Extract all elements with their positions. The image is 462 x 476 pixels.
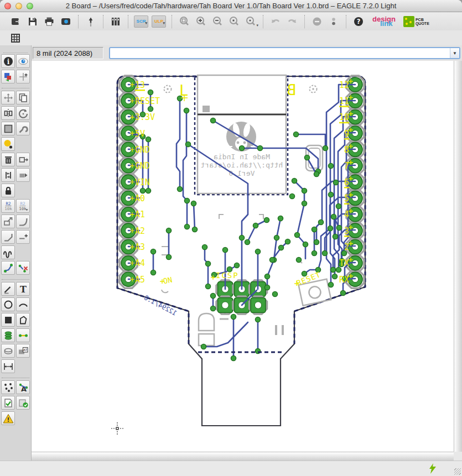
miter-icon [18,216,29,227]
toolbar-ulp-button[interactable]: ULP▾ [152,15,166,28]
board-canvas[interactable]: Made In Indiahttp://tah.io/startVer1.013… [32,61,454,452]
tool-ratsnest-button[interactable] [1,380,15,394]
image-icon [60,16,71,27]
replace-icon [18,170,29,181]
tool-rotate-button[interactable] [16,106,30,120]
toolbar-zoom-out-button[interactable] [209,14,226,29]
tool-route-button[interactable] [1,261,15,275]
svg-text:R2: R2 [6,201,11,206]
svg-text:!: ! [7,416,9,422]
tool-mirror-button[interactable] [1,106,15,120]
tool-mark-button[interactable] [16,70,30,83]
tool-dimension-button[interactable] [1,359,15,373]
svg-text:i: i [7,57,9,65]
use-icon [85,16,96,27]
library-icon [110,16,121,27]
tool-replace-button[interactable] [16,168,30,182]
toolbar-print-button[interactable] [41,14,58,29]
zoom-redraw-icon [245,16,256,27]
tool-info-button[interactable]: i [1,54,15,68]
smash-icon [3,216,14,227]
help-icon: ? [353,16,364,27]
tool-split-button[interactable] [16,230,30,244]
secondary-toolbar [0,30,462,45]
svg-text:AT: AT [23,348,28,352]
toolbar-zoom-fit-button[interactable] [176,14,193,29]
tool-delete-button[interactable] [1,153,15,166]
toolbar-library-button[interactable] [107,14,124,29]
tool-group-button[interactable] [1,122,15,135]
toolbar-zoom-in-button[interactable] [193,14,209,29]
tool-smash-button[interactable] [1,215,15,228]
tool-change-button[interactable] [16,122,30,135]
rf-module[interactable]: Made In Indiahttp://tah.io/startVer1.0 [195,75,288,195]
resize-grip[interactable] [454,468,461,475]
tool-drc-button[interactable] [1,396,15,410]
tool-add-button[interactable] [16,153,30,166]
tool-ripup-button[interactable] [16,261,30,275]
toolbar-separator [304,15,305,28]
title-bar[interactable]: 2 Board – /Users/fred/code/Tah/hardware/… [0,0,462,12]
grid-icon [10,33,21,44]
tool-wire-button[interactable] [1,282,15,296]
copy-icon [18,92,29,103]
tool-rect-button[interactable] [1,313,15,327]
toolbar-help-button[interactable]: ? [350,14,367,29]
tool-meander-button[interactable] [1,245,15,259]
vertical-scrollbar[interactable] [454,61,462,452]
tool-miter2-button[interactable] [1,230,15,244]
tool-copy-button[interactable] [16,91,30,104]
tool-show-button[interactable] [16,54,30,68]
tool-warning-button[interactable]: ! [1,411,15,425]
tool-value-button[interactable]: R210k [16,199,30,213]
toolbar-save-button[interactable] [24,14,41,29]
tool-pinswap-button[interactable] [1,168,15,182]
toolbar-grid-button[interactable] [7,30,24,46]
svg-text:6: 6 [344,177,349,187]
tool-circle-button[interactable] [1,297,15,311]
svg-text:RESET: RESET [135,96,160,106]
tool-hole-button[interactable] [1,344,15,358]
tool-arc-button[interactable] [16,297,30,311]
toolbar-undo-button[interactable] [267,14,284,29]
designlink-logo[interactable]: designlink [372,17,396,27]
tool-miter-button[interactable] [16,215,30,228]
tool-auto-button[interactable]: A [16,380,30,394]
tool-move-button[interactable] [1,91,15,104]
delete-icon [3,154,14,165]
text-icon: T [18,284,29,295]
toolbar-use-button[interactable] [82,14,99,29]
horizontal-scrollbar[interactable] [32,452,454,461]
palette-separator [2,375,29,378]
tool-attribute-button[interactable]: AT [16,344,30,358]
pcbquote-logo[interactable]: PCBQUOTE [403,16,429,27]
svg-text:11: 11 [339,96,349,106]
svg-text:A0: A0 [135,193,145,203]
tool-signal-button[interactable] [16,328,30,342]
command-input[interactable] [110,48,450,58]
command-dropdown-arrow[interactable]: ▼ [450,48,459,58]
toolbar-script-button[interactable]: SCR▾ [134,15,148,28]
toolbar-zoom-select-button[interactable] [226,14,242,29]
toolbar-open-button[interactable] [8,14,24,29]
zoom-fit-icon [179,16,190,27]
ratsnest-icon [3,382,14,393]
tool-errors-button[interactable] [16,396,30,410]
tool-via-button[interactable] [1,328,15,342]
pcb-drawing[interactable]: Made In Indiahttp://tah.io/startVer1.013… [32,61,454,452]
tool-polygon-button[interactable] [16,313,30,327]
tool-cut-button[interactable] [1,137,15,151]
tool-text-button[interactable]: T [16,282,30,296]
tool-name-button[interactable]: R210k [1,199,15,213]
tool-display-button[interactable] [1,70,15,83]
toolbar-image-button[interactable] [58,14,74,29]
toolbar-traffic-button[interactable] [325,14,342,29]
toolbar-redo-button[interactable] [284,14,300,29]
svg-text:VIN: VIN [135,177,150,187]
toolbar-zoom-redraw-button[interactable]: ▾ [242,14,259,29]
svg-text:10k: 10k [4,206,12,211]
palette-handle[interactable] [3,46,28,53]
svg-text:T: T [20,284,27,295]
toolbar-stop-button[interactable] [309,14,325,29]
tool-lock-button[interactable] [1,184,15,197]
